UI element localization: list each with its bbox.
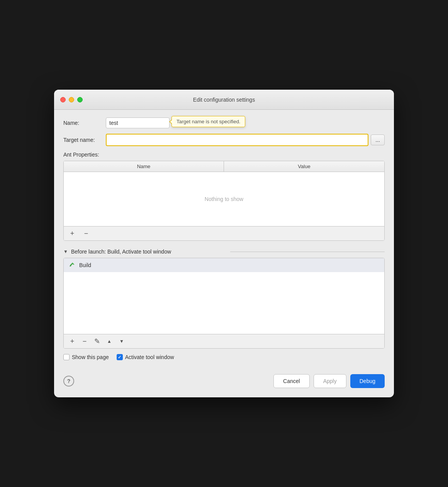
- ant-table-toolbar: + −: [64, 226, 384, 240]
- before-launch-separator: [230, 252, 385, 252]
- checkboxes-row: Show this page ✓ Activate tool window: [63, 354, 385, 360]
- before-launch-remove-button[interactable]: −: [80, 337, 89, 346]
- show-page-checkbox[interactable]: [63, 354, 70, 360]
- column-value: Value: [224, 161, 384, 172]
- before-launch-arrow[interactable]: ▼: [63, 249, 68, 254]
- before-launch-edit-button[interactable]: ✎: [92, 337, 102, 346]
- activate-tool-checkbox-label[interactable]: ✓ Activate tool window: [117, 354, 174, 360]
- cancel-button[interactable]: Cancel: [273, 374, 310, 388]
- browse-button[interactable]: ...: [371, 135, 385, 145]
- before-launch-title: Before launch: Build, Activate tool wind…: [71, 249, 226, 255]
- ant-properties-table: Name Value Nothing to show + −: [63, 161, 385, 241]
- before-launch-list: Build + − ✎ ▲ ▼: [63, 258, 385, 349]
- table-body: Nothing to show: [64, 172, 384, 226]
- dialog-content: Name: Target name is not specified. w ru…: [54, 110, 394, 397]
- column-name: Name: [64, 161, 224, 172]
- before-launch-up-button[interactable]: ▲: [105, 337, 114, 346]
- name-row: Name: Target name is not specified. w ru…: [63, 117, 385, 128]
- window-title: Edit configuration settings: [193, 97, 255, 103]
- ant-add-button[interactable]: +: [68, 229, 77, 238]
- name-field-wrapper: Target name is not specified.: [106, 117, 170, 128]
- table-header: Name Value: [64, 161, 384, 172]
- before-launch-add-button[interactable]: +: [68, 337, 77, 346]
- target-input-wrapper: ...: [106, 134, 385, 146]
- check-mark: ✓: [118, 355, 121, 360]
- build-item-label: Build: [79, 262, 91, 268]
- apply-button[interactable]: Apply: [314, 374, 346, 388]
- build-item[interactable]: Build: [64, 258, 384, 272]
- minimize-button[interactable]: [69, 97, 74, 102]
- empty-text: Nothing to show: [205, 196, 243, 202]
- show-page-checkbox-label[interactable]: Show this page: [63, 354, 109, 360]
- dialog-window: Edit configuration settings Name: Target…: [54, 90, 394, 397]
- ant-remove-button[interactable]: −: [81, 229, 91, 238]
- bottom-bar: ? Cancel Apply Debug: [63, 368, 385, 388]
- titlebar: Edit configuration settings: [54, 90, 394, 110]
- before-launch-section: ▼ Before launch: Build, Activate tool wi…: [63, 249, 385, 349]
- close-button[interactable]: [60, 97, 66, 102]
- target-name-label: Target name:: [63, 137, 106, 143]
- build-hammer-icon: [68, 261, 76, 269]
- name-label: Name:: [63, 120, 106, 126]
- target-name-input[interactable]: [106, 134, 368, 146]
- activate-tool-label: Activate tool window: [125, 354, 174, 360]
- tooltip: Target name is not specified.: [171, 116, 245, 127]
- before-launch-body: [64, 272, 384, 334]
- name-input[interactable]: [106, 117, 170, 128]
- activate-tool-checkbox[interactable]: ✓: [117, 354, 123, 360]
- maximize-button[interactable]: [77, 97, 83, 102]
- before-launch-down-button[interactable]: ▼: [117, 337, 126, 346]
- before-launch-header: ▼ Before launch: Build, Activate tool wi…: [63, 249, 385, 255]
- traffic-lights: [60, 97, 83, 102]
- debug-button[interactable]: Debug: [350, 374, 385, 388]
- show-page-label: Show this page: [72, 354, 109, 360]
- help-button[interactable]: ?: [63, 376, 74, 387]
- before-launch-toolbar: + − ✎ ▲ ▼: [64, 334, 384, 348]
- ant-properties-section: Ant Properties: Name Value Nothing to sh…: [63, 152, 385, 241]
- tooltip-text: Target name is not specified.: [176, 119, 240, 124]
- bottom-buttons: Cancel Apply Debug: [273, 374, 385, 388]
- target-name-row: Target name: ...: [63, 134, 385, 146]
- ant-properties-label: Ant Properties:: [63, 152, 385, 158]
